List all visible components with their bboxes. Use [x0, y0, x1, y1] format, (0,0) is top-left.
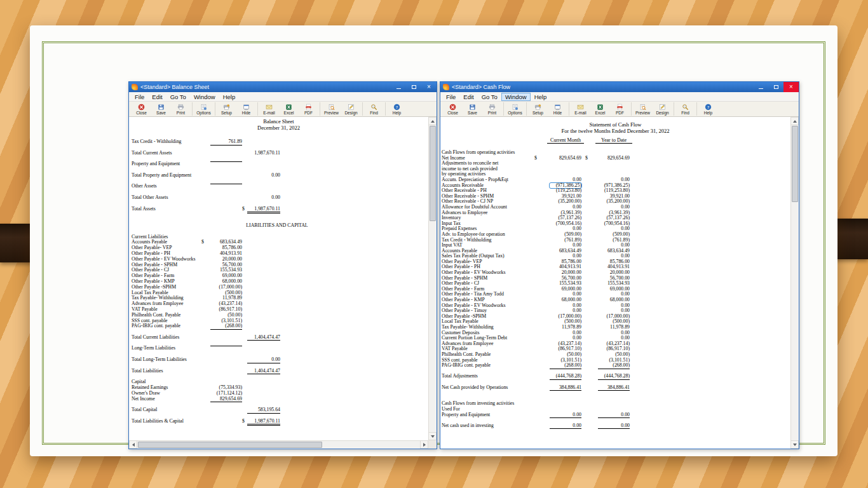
- toolbar-button-label: Find: [370, 111, 378, 115]
- report-subtitle: For the twelve Months Ended December 31,…: [440, 128, 790, 135]
- options-icon: [512, 103, 519, 111]
- close-button[interactable]: ×: [783, 82, 799, 92]
- amount-cell-current[interactable]: [210, 346, 242, 346]
- scroll-up-button[interactable]: [428, 117, 437, 125]
- toolbar-button-design[interactable]: Design: [653, 102, 672, 116]
- maximize-button[interactable]: [406, 82, 421, 92]
- toolbar-button-preview[interactable]: Preview: [322, 102, 341, 116]
- email-icon: [266, 103, 273, 111]
- minimize-button[interactable]: [391, 82, 406, 92]
- report-row: Tax Credit - Withholding761.89: [129, 139, 437, 145]
- menu-item-help[interactable]: Help: [531, 93, 551, 101]
- report-row: [129, 402, 437, 407]
- menu-item-window[interactable]: Window: [190, 93, 219, 101]
- amount-cell-total[interactable]: 0.00: [247, 173, 280, 179]
- scroll-up-button[interactable]: [790, 117, 799, 125]
- menu-item-edit[interactable]: Edit: [459, 93, 477, 101]
- vertical-scrollbar[interactable]: [428, 117, 437, 440]
- report-row: Input Tax(700,954.16)(700,954.16): [440, 221, 799, 227]
- menu-item-window[interactable]: Window: [501, 93, 531, 101]
- toolbar-button-label: Close: [447, 111, 458, 115]
- window-title: <Standard> Balance Sheet: [140, 84, 391, 90]
- toolbar-button-find[interactable]: Find: [364, 102, 384, 116]
- toolbar-button-label: Save: [156, 111, 166, 115]
- amount-cell-total[interactable]: 0.00: [247, 195, 280, 201]
- scroll-right-button[interactable]: [420, 440, 428, 449]
- menu-item-edit[interactable]: Edit: [148, 93, 166, 101]
- scrollbar-corner: [428, 440, 437, 449]
- toolbar-button-excel[interactable]: Excel: [279, 102, 299, 116]
- dollar-sign: $: [201, 240, 204, 245]
- maximize-button[interactable]: [768, 82, 783, 92]
- report-row: LIABILITIES AND CAPITAL: [129, 223, 437, 229]
- menu-item-go-to[interactable]: Go To: [478, 93, 501, 101]
- toolbar-button-email[interactable]: E-mail: [571, 102, 590, 116]
- amount-cell-current[interactable]: [210, 184, 242, 184]
- amount-cell-current[interactable]: 829,654.69: [550, 156, 581, 161]
- report-row: Other Payable - CJ155,534.93: [129, 268, 437, 273]
- scroll-down-button[interactable]: [428, 432, 437, 440]
- horizontal-scrollbar[interactable]: [129, 440, 428, 449]
- report-date: December 31, 2022: [129, 125, 428, 132]
- amount-cell-total[interactable]: 0.00: [598, 423, 630, 430]
- toolbar-button-setup[interactable]: Setup: [528, 102, 548, 116]
- toolbar-button-hide[interactable]: Hide: [548, 102, 567, 116]
- row-label: Total Current Liabilities: [132, 335, 179, 341]
- amount-cell-current[interactable]: (50.00): [210, 313, 242, 318]
- toolbar-button-hide[interactable]: Hide: [236, 102, 256, 116]
- report-row: [129, 374, 437, 379]
- toolbar-button-design[interactable]: Design: [341, 102, 361, 116]
- toolbar-button-preview[interactable]: Preview: [633, 102, 653, 116]
- toolbar-button-label: PDF: [304, 111, 313, 115]
- toolbar-button-options[interactable]: Options: [505, 102, 525, 116]
- toolbar-button-label: Hide: [553, 111, 562, 115]
- scroll-left-button[interactable]: [129, 440, 137, 449]
- toolbar-button-excel[interactable]: Excel: [590, 102, 610, 116]
- toolbar-button-print[interactable]: Print: [171, 102, 191, 116]
- help-icon: ?: [705, 103, 712, 111]
- app-icon: [443, 84, 449, 90]
- toolbar-button-label: Find: [681, 111, 689, 115]
- report-row: [129, 363, 437, 369]
- menu-item-file[interactable]: File: [442, 93, 459, 101]
- vertical-scroll-thumb[interactable]: [792, 126, 798, 202]
- report-row: Owner's Draw(171,124.12): [129, 391, 437, 396]
- amount-cell-total[interactable]: 1,987,670.11: [247, 419, 280, 425]
- menu-item-help[interactable]: Help: [219, 93, 240, 101]
- amount-cell-total[interactable]: 829,654.69: [598, 156, 630, 161]
- toolbar-button-pdf[interactable]: PDFPDF: [610, 102, 630, 116]
- section-heading: LIABILITIES AND CAPITAL: [129, 223, 425, 229]
- horizontal-scroll-thumb[interactable]: [138, 442, 322, 448]
- scroll-down-button[interactable]: [790, 440, 799, 449]
- toolbar-button-options[interactable]: Options: [194, 102, 214, 116]
- report-row: [129, 179, 437, 184]
- toolbar-button-label: Setup: [532, 111, 543, 115]
- minimize-button[interactable]: [753, 82, 768, 92]
- vertical-scrollbar[interactable]: [790, 117, 799, 449]
- toolbar-button-close[interactable]: Close: [443, 102, 463, 116]
- titlebar[interactable]: <Standard> Cash Flow ×: [440, 82, 799, 92]
- toolbar-button-setup[interactable]: Setup: [217, 102, 236, 116]
- amount-cell-total[interactable]: 1,987,670.11: [247, 151, 280, 156]
- toolbar-button-email[interactable]: E-mail: [259, 102, 279, 116]
- report-row: Property and Equipment0.000.00: [440, 412, 799, 418]
- toolbar-button-find[interactable]: Find: [675, 102, 695, 116]
- amount-cell-current[interactable]: 0.00: [550, 423, 581, 430]
- vertical-scroll-thumb[interactable]: [430, 126, 436, 221]
- menu-item-go-to[interactable]: Go To: [166, 93, 190, 101]
- toolbar-button-help[interactable]: ?Help: [387, 102, 407, 116]
- excel-icon: [285, 103, 292, 111]
- row-label: Other Assets: [132, 184, 157, 189]
- menu-item-file[interactable]: File: [131, 93, 148, 101]
- toolbar-button-print[interactable]: Print: [482, 102, 502, 116]
- toolbar-button-close[interactable]: Close: [132, 102, 151, 116]
- menubar: FileEditGo ToWindowHelp: [440, 92, 799, 102]
- close-button[interactable]: ×: [421, 82, 437, 92]
- titlebar[interactable]: <Standard> Balance Sheet ×: [129, 82, 437, 92]
- toolbar-button-save[interactable]: Save: [151, 102, 171, 116]
- toolbar-button-pdf[interactable]: PDFPDF: [299, 102, 318, 116]
- report-row: Other Assets: [129, 184, 437, 189]
- toolbar-button-save[interactable]: Save: [463, 102, 482, 116]
- toolbar-button-help[interactable]: ?Help: [698, 102, 718, 116]
- amount-cell-current[interactable]: [210, 161, 242, 162]
